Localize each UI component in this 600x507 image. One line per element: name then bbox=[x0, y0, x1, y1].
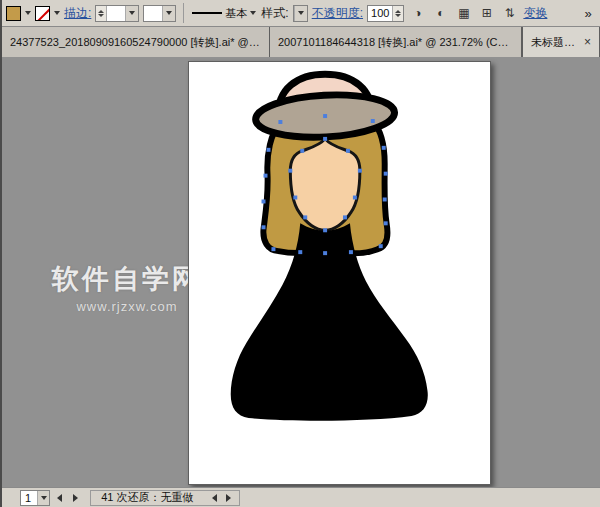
transform-panel-link[interactable]: 变换 bbox=[523, 5, 547, 22]
brush-name[interactable]: 基本 bbox=[222, 6, 250, 21]
anchor-point[interactable] bbox=[383, 198, 387, 202]
anchor-point[interactable] bbox=[323, 114, 327, 118]
anchor-point[interactable] bbox=[323, 137, 327, 141]
align-panel-icon[interactable]: ▦ bbox=[454, 4, 473, 23]
anchor-point[interactable] bbox=[371, 119, 375, 123]
anchor-point[interactable] bbox=[323, 251, 327, 255]
artwork-svg bbox=[189, 62, 490, 484]
anchor-point[interactable] bbox=[271, 247, 275, 251]
anchor-point[interactable] bbox=[379, 244, 383, 248]
anchor-point[interactable] bbox=[298, 250, 302, 254]
document-tab-1[interactable]: 24377523_20180909160524790000 [转换].ai* @… bbox=[2, 27, 270, 57]
document-tab-2-title: 2007101184644318 [转换].ai* @ 231.72% (CMY… bbox=[278, 35, 513, 50]
status-display: 41 次还原：无重做 bbox=[90, 490, 240, 506]
next-artboard-icon[interactable] bbox=[68, 490, 82, 506]
status-bar: 1 41 次还原：无重做 bbox=[2, 487, 600, 507]
fill-dropdown-icon[interactable] bbox=[25, 11, 31, 15]
variable-width-combo[interactable] bbox=[143, 5, 176, 22]
stroke-dropdown-icon[interactable] bbox=[54, 11, 60, 15]
color-wheel-icon[interactable]: ◐ bbox=[431, 4, 450, 23]
arrange-icon[interactable]: ⇅ bbox=[500, 4, 519, 23]
anchor-point[interactable] bbox=[303, 215, 307, 219]
watermark-title: 软件自学网 bbox=[52, 261, 202, 297]
anchor-point[interactable] bbox=[358, 169, 362, 173]
style-label: 样式: bbox=[261, 5, 288, 22]
anchor-point[interactable] bbox=[278, 120, 282, 124]
pasteboard: 软件自学网 www.rjzxw.com bbox=[2, 57, 600, 487]
status-prev-icon[interactable] bbox=[207, 490, 221, 506]
document-tab-active[interactable]: 未标题-7* × bbox=[522, 27, 600, 57]
brush-dropdown-icon[interactable] bbox=[250, 11, 256, 15]
anchor-point[interactable] bbox=[343, 215, 347, 219]
style-combo[interactable] bbox=[293, 5, 308, 22]
watermark: 软件自学网 www.rjzxw.com bbox=[52, 261, 202, 314]
anchor-point[interactable] bbox=[264, 174, 268, 178]
anchor-point[interactable] bbox=[262, 199, 266, 203]
anchor-point[interactable] bbox=[384, 221, 388, 225]
stroke-weight-dropdown-icon[interactable] bbox=[125, 6, 138, 21]
prev-artboard-icon[interactable] bbox=[52, 490, 66, 506]
anchor-point[interactable] bbox=[266, 148, 270, 152]
document-tab-active-title: 未标题-7* bbox=[531, 35, 578, 50]
opacity-value[interactable]: 100 bbox=[368, 7, 392, 19]
watermark-url: www.rjzxw.com bbox=[52, 299, 202, 314]
anchor-point[interactable] bbox=[382, 146, 386, 150]
anchor-point[interactable] bbox=[300, 149, 304, 153]
fill-color-swatch[interactable] bbox=[6, 6, 21, 21]
toolbar-divider bbox=[183, 3, 184, 23]
illustrator-window: 描边: 基本 样式: 不透明度: 100 ◑ ◐ ▦ ⊞ ⇅ bbox=[0, 0, 600, 507]
artboard-navigation-combo[interactable]: 1 bbox=[20, 490, 50, 506]
anchor-point[interactable] bbox=[384, 172, 388, 176]
brush-stroke-preview bbox=[192, 12, 222, 14]
anchor-point[interactable] bbox=[262, 225, 266, 229]
document-tab-2[interactable]: 2007101184644318 [转换].ai* @ 231.72% (CMY… bbox=[270, 27, 522, 57]
variable-width-dropdown-icon[interactable] bbox=[162, 6, 175, 21]
collapse-panel-icon[interactable]: » bbox=[580, 6, 596, 21]
anchor-point[interactable] bbox=[293, 196, 297, 200]
body-shape[interactable] bbox=[231, 223, 428, 420]
opacity-combo[interactable]: 100 bbox=[367, 5, 404, 22]
anchor-point[interactable] bbox=[288, 169, 292, 173]
opacity-panel-link[interactable]: 不透明度: bbox=[312, 5, 363, 22]
opacity-stepper[interactable] bbox=[392, 6, 403, 21]
stroke-weight-stepper[interactable] bbox=[96, 6, 107, 21]
status-next-icon[interactable] bbox=[221, 490, 235, 506]
anchor-point[interactable] bbox=[349, 250, 353, 254]
anchor-point[interactable] bbox=[353, 196, 357, 200]
undo-status-text: 41 次还原：无重做 bbox=[95, 490, 207, 505]
document-tab-bar: 24377523_20180909160524790000 [转换].ai* @… bbox=[2, 27, 600, 57]
control-bar: 描边: 基本 样式: 不透明度: 100 ◑ ◐ ▦ ⊞ ⇅ bbox=[2, 0, 600, 27]
style-dropdown-icon[interactable] bbox=[294, 6, 307, 21]
stroke-none-swatch[interactable] bbox=[35, 6, 50, 21]
brush-combo[interactable]: 基本 bbox=[191, 5, 257, 22]
close-tab-icon[interactable]: × bbox=[584, 35, 591, 49]
document-tab-1-title: 24377523_20180909160524790000 [转换].ai* @… bbox=[10, 35, 261, 50]
stroke-weight-combo[interactable] bbox=[95, 5, 139, 22]
anchor-point[interactable] bbox=[346, 149, 350, 153]
anchor-point[interactable] bbox=[323, 228, 327, 232]
artboard bbox=[188, 61, 491, 485]
recolor-artwork-icon[interactable]: ◑ bbox=[408, 4, 427, 23]
artboard-dropdown-icon[interactable] bbox=[37, 491, 49, 505]
artboard-number: 1 bbox=[21, 492, 37, 504]
transform-grid-icon[interactable]: ⊞ bbox=[477, 4, 496, 23]
stroke-panel-link[interactable]: 描边: bbox=[64, 5, 91, 22]
